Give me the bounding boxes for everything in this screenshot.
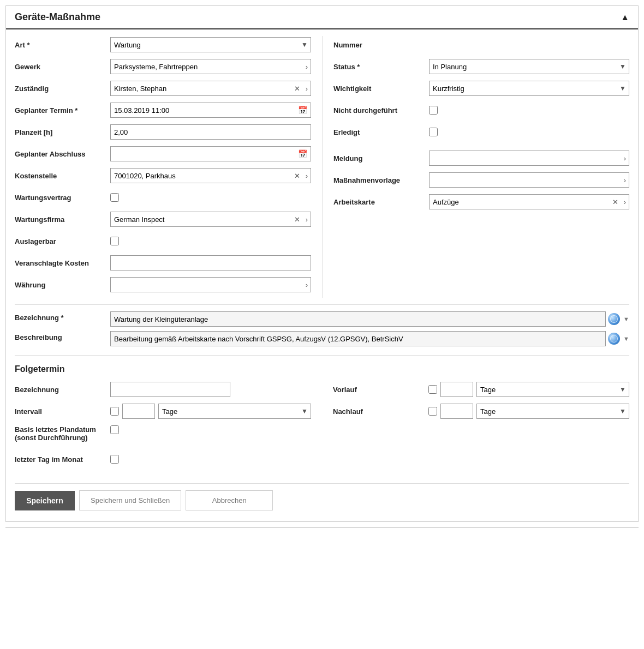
art-select[interactable]: Wartung Inspektion Reparatur (110, 37, 311, 52)
nicht-durchgefuehrt-checkbox[interactable] (429, 106, 438, 115)
wichtigkeit-control: Kurzfristig Mittelfristig Langfristig ▼ (429, 81, 629, 96)
massnahmenvorlage-input[interactable] (430, 173, 621, 187)
zustaendig-clear-btn[interactable]: ✕ (291, 81, 303, 95)
planzeit-label: Planzeit [h] (15, 128, 110, 136)
geplanter-termin-label: Geplanter Termin * (15, 106, 110, 115)
folgetermin-intervall-unit-select[interactable]: Tage Wochen Monate Jahre (158, 404, 311, 419)
wartungsfirma-control: ✕ › (110, 212, 311, 227)
nicht-durchgefuehrt-label: Nicht durchgeführt (333, 106, 429, 115)
auslagerbar-control (110, 237, 311, 245)
basis-row: Basis letztes Plandatum (sonst Durchführ… (15, 424, 311, 446)
meldung-label: Meldung (333, 154, 429, 163)
basis-label: Basis letztes Plandatum (sonst Durchführ… (15, 424, 110, 442)
status-select[interactable]: In Planung Geplant Erledigt (429, 59, 629, 74)
geplanter-termin-control: 📅 (110, 103, 311, 118)
folgetermin-intervall-row: Intervall Tage Wochen Monate Jahre (15, 402, 311, 420)
kostenstelle-nav-btn[interactable]: › (303, 169, 311, 183)
erledigt-checkbox[interactable] (429, 128, 438, 136)
planzeit-control (110, 124, 311, 140)
basis-checkbox[interactable] (110, 425, 119, 434)
zustaendig-row: Zuständig ✕ › (15, 80, 311, 97)
nachlauf-unit-wrapper: Tage Wochen Monate ▼ (476, 404, 629, 419)
folgetermin-intervall-unit-wrapper: Tage Wochen Monate Jahre ▼ (158, 404, 311, 419)
gewerk-input-group: › (110, 59, 311, 74)
bezeichnung-input[interactable] (110, 311, 606, 327)
status-label: Status * (333, 63, 429, 71)
geplanter-abschluss-input[interactable] (111, 148, 295, 160)
massnahmenvorlage-nav-btn[interactable]: › (621, 173, 629, 187)
speichern-schliessen-button[interactable]: Speichern und Schließen (79, 490, 181, 510)
kostenstelle-clear-btn[interactable]: ✕ (291, 169, 303, 183)
art-select-wrapper: Wartung Inspektion Reparatur ▼ (110, 37, 311, 52)
folgetermin-intervall-checkbox[interactable] (110, 407, 119, 416)
folgetermin-grid: Bezeichnung Intervall (15, 381, 629, 472)
kostenstelle-label: Kostenstelle (15, 172, 110, 180)
auslagerbar-checkbox[interactable] (110, 237, 119, 245)
vorlauf-input[interactable] (440, 382, 473, 397)
nachlauf-unit-select[interactable]: Tage Wochen Monate (476, 404, 629, 419)
left-column: Art * Wartung Inspektion Reparatur ▼ (15, 36, 322, 298)
arbeitskarte-nav-btn[interactable]: › (621, 195, 629, 209)
gewerk-nav-btn[interactable]: › (303, 59, 311, 74)
folgetermin-bezeichnung-label: Bezeichnung (15, 386, 110, 394)
kostenstelle-input[interactable] (111, 169, 291, 183)
beschreibung-chevron: ▼ (623, 335, 629, 342)
geplanter-termin-calendar-icon[interactable]: 📅 (295, 106, 311, 115)
massnahmenvorlage-label: Maßnahmenvorlage (333, 176, 429, 184)
collapse-icon[interactable]: ▲ (621, 13, 629, 22)
kostenstelle-input-group: ✕ › (110, 168, 311, 183)
vorlauf-row: Vorlauf Tage Wochen Monate (333, 381, 629, 398)
planzeit-input[interactable] (110, 124, 311, 140)
gewerk-row: Gewerk › (15, 58, 311, 75)
nummer-row: Nummer (333, 36, 629, 53)
beschreibung-globe-inner (610, 335, 618, 342)
nachlauf-input[interactable] (440, 404, 473, 419)
beschreibung-control: ▼ (110, 331, 629, 346)
nachlauf-checkbox[interactable] (428, 407, 437, 416)
wartungsvertrag-label: Wartungsvertrag (15, 194, 110, 202)
beschreibung-globe-icon[interactable] (608, 333, 620, 345)
beschreibung-input[interactable] (110, 331, 606, 346)
geplanter-abschluss-calendar-icon[interactable]: 📅 (295, 149, 311, 158)
arbeitskarte-clear-btn[interactable]: ✕ (610, 195, 621, 209)
nicht-durchgefuehrt-control (429, 106, 629, 115)
abbrechen-button[interactable]: Abbrechen (186, 490, 273, 510)
wartungsfirma-input[interactable] (111, 212, 291, 226)
letzter-tag-checkbox[interactable] (110, 455, 119, 464)
wartungsfirma-clear-btn[interactable]: ✕ (291, 212, 303, 226)
folgetermin-bezeichnung-input[interactable] (110, 382, 230, 397)
wichtigkeit-select[interactable]: Kurzfristig Mittelfristig Langfristig (429, 81, 629, 96)
nicht-durchgefuehrt-row: Nicht durchgeführt (333, 101, 629, 119)
meldung-input[interactable] (430, 151, 621, 165)
speichern-button[interactable]: Speichern (15, 491, 75, 510)
vorlauf-control: Tage Wochen Monate ▼ (428, 382, 629, 397)
zustaendig-input[interactable] (111, 81, 291, 95)
geplanter-termin-input[interactable] (111, 104, 295, 117)
arbeitskarte-input[interactable] (430, 195, 610, 209)
folgetermin-intervall-input[interactable] (122, 404, 155, 419)
vorlauf-checkbox[interactable] (428, 385, 437, 394)
arbeitskarte-row: Arbeitskarte ✕ › (333, 193, 629, 211)
wartungsvertrag-checkbox[interactable] (110, 193, 119, 202)
vorlauf-unit-wrapper: Tage Wochen Monate ▼ (476, 382, 629, 397)
waehrung-nav-btn[interactable]: › (303, 278, 311, 292)
bezeichnung-globe-icon[interactable] (608, 313, 620, 325)
gewerk-input[interactable] (111, 59, 303, 74)
nachlauf-label: Nachlauf (333, 407, 428, 416)
page-wrapper: Geräte-Maßnahme ▲ Art * Wartung Insp (0, 5, 644, 528)
bezeichnung-control: ▼ (110, 311, 629, 327)
wartungsfirma-nav-btn[interactable]: › (303, 212, 311, 226)
folgetermin-section: Folgetermin Bezeichnung Inte (15, 362, 629, 472)
veranschlagte-kosten-input[interactable] (110, 255, 311, 271)
meldung-input-group: › (429, 151, 629, 166)
geplanter-termin-group: 📅 (110, 103, 311, 118)
waehrung-control: › (110, 277, 311, 292)
waehrung-input[interactable] (111, 278, 303, 292)
zustaendig-nav-btn[interactable]: › (303, 81, 311, 95)
form-body: Art * Wartung Inspektion Reparatur ▼ (6, 29, 638, 521)
veranschlagte-kosten-control (110, 255, 311, 271)
vorlauf-unit-select[interactable]: Tage Wochen Monate (476, 382, 629, 397)
bezeichnung-globe-inner (610, 315, 618, 323)
meldung-nav-btn[interactable]: › (621, 151, 629, 165)
folgetermin-right: Vorlauf Tage Wochen Monate (333, 381, 629, 472)
